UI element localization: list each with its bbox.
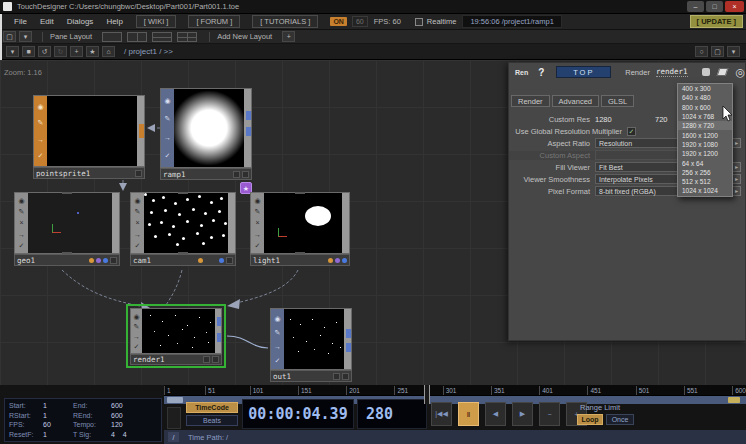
layout-preset-single[interactable] bbox=[102, 32, 122, 42]
pause-button[interactable]: ‖ bbox=[458, 402, 479, 426]
forward-icon[interactable]: ↻ bbox=[54, 46, 67, 57]
display-flag-dot[interactable] bbox=[219, 258, 224, 263]
realtime-label[interactable]: Realtime bbox=[427, 17, 457, 26]
display-flag-icon[interactable]: ◉ bbox=[37, 103, 43, 110]
jump-start-button[interactable] bbox=[167, 407, 181, 429]
node-render1[interactable]: ◉ ✎ → ✓ bbox=[130, 308, 222, 354]
menu-arrow-icon[interactable]: ▸ bbox=[732, 162, 741, 172]
display-flag-icon[interactable]: ◉ bbox=[18, 197, 24, 204]
arrow-flag-icon[interactable]: → bbox=[134, 231, 141, 238]
node-viewer[interactable] bbox=[284, 309, 344, 369]
node-out1[interactable]: ◉ ✎ → ✓ bbox=[270, 308, 352, 370]
display-flag-dot[interactable] bbox=[342, 258, 347, 263]
layout-preset-split-v[interactable] bbox=[127, 32, 147, 42]
wiki-button[interactable]: [ WIKI ] bbox=[136, 15, 177, 28]
mat-output-connector[interactable] bbox=[139, 124, 144, 138]
node-flag-column[interactable]: ◉ ✎ → ✓ bbox=[161, 89, 174, 167]
display-flag-icon[interactable]: ◉ bbox=[164, 97, 170, 104]
minus-button[interactable]: − bbox=[539, 402, 560, 426]
node-flag-box[interactable] bbox=[203, 356, 210, 363]
timeline-ruler[interactable]: 1 51 101 151 201 251 301 351 401 451 501… bbox=[164, 385, 746, 396]
step-back-button[interactable]: ◀ bbox=[485, 402, 506, 426]
pane-collapse-icon[interactable]: ▾ bbox=[727, 46, 740, 57]
pane-maximize-icon[interactable]: ▢ bbox=[711, 46, 724, 57]
node-viewer[interactable] bbox=[47, 96, 137, 166]
fps-value[interactable]: 60 bbox=[43, 421, 73, 428]
arrow-flag-icon[interactable]: → bbox=[133, 333, 140, 340]
on-toggle[interactable]: ON bbox=[330, 17, 347, 26]
bypass-flag-icon[interactable]: × bbox=[255, 219, 259, 226]
res-width-field[interactable]: 1280 bbox=[595, 115, 655, 124]
pane-circle-icon[interactable]: ○ bbox=[695, 46, 708, 57]
edit-flag-icon[interactable]: ✎ bbox=[275, 329, 281, 336]
skip-to-start-button[interactable]: |◀◀ bbox=[431, 402, 452, 426]
loop-button[interactable]: Loop bbox=[577, 414, 603, 425]
node-flag-column[interactable]: ◉ ✎ × → ✓ bbox=[251, 193, 264, 253]
display-flag-icon[interactable]: ◉ bbox=[133, 313, 139, 320]
maximize-button[interactable]: □ bbox=[706, 1, 723, 12]
node-plus-button[interactable] bbox=[135, 170, 142, 177]
lock-flag-icon[interactable]: ✓ bbox=[19, 242, 25, 249]
menu-edit[interactable]: Edit bbox=[40, 17, 54, 26]
arrow-flag-icon[interactable]: → bbox=[254, 231, 261, 238]
timecode-mode-button[interactable]: TimeCode bbox=[186, 402, 238, 413]
menu-arrow-icon[interactable]: ▸ bbox=[732, 174, 741, 184]
monitor-icon[interactable]: ▢ bbox=[3, 31, 16, 42]
menu-file[interactable]: File bbox=[14, 17, 27, 26]
resetf-value[interactable]: 1 bbox=[43, 431, 73, 438]
node-viewer[interactable] bbox=[264, 193, 342, 253]
node-cam1[interactable]: ◉ ✎ × → ✓ bbox=[130, 192, 236, 254]
lock-flag-icon[interactable]: ✓ bbox=[38, 152, 44, 159]
forum-button[interactable]: [ FORUM ] bbox=[188, 15, 240, 28]
node-ramp1[interactable]: ◉ ✎ → ✓ bbox=[160, 88, 252, 168]
node-label-cam1[interactable]: cam1 bbox=[130, 254, 236, 266]
tab-render[interactable]: Render bbox=[511, 95, 550, 107]
playhead[interactable] bbox=[424, 385, 430, 404]
render-flag-dot[interactable] bbox=[198, 258, 203, 263]
range-start-handle[interactable] bbox=[167, 397, 183, 403]
menu-item-res[interactable]: 512 x 512 bbox=[678, 177, 732, 186]
node-flag-column[interactable]: ◉ ✎ × → ✓ bbox=[15, 193, 28, 253]
node-plus-button[interactable] bbox=[110, 257, 117, 264]
chevron-down-icon[interactable]: ▾ bbox=[6, 46, 19, 57]
node-plus-button[interactable] bbox=[342, 373, 349, 380]
edit-flag-icon[interactable]: ✎ bbox=[255, 208, 261, 215]
display-flag-icon[interactable]: ◉ bbox=[254, 197, 260, 204]
menu-item-res[interactable]: 256 x 256 bbox=[678, 168, 732, 177]
node-viewer[interactable] bbox=[28, 193, 112, 253]
realtime-checkbox-icon[interactable] bbox=[415, 18, 423, 26]
edit-flag-icon[interactable]: ✎ bbox=[38, 119, 44, 126]
menu-item-res[interactable]: 1600 x 1200 bbox=[678, 130, 732, 139]
menu-dialogs[interactable]: Dialogs bbox=[67, 17, 94, 26]
display-flag-icon[interactable]: ◉ bbox=[274, 315, 280, 322]
start-value[interactable]: 1 bbox=[43, 402, 73, 409]
top-output-connector[interactable] bbox=[217, 333, 221, 342]
menu-item-res[interactable]: 1024 x 1024 bbox=[678, 186, 732, 195]
node-geo1[interactable]: ◉ ✎ × → ✓ bbox=[14, 192, 120, 254]
bookmark-star-icon[interactable]: ★ bbox=[86, 46, 99, 57]
render-flag-dot[interactable] bbox=[328, 258, 333, 263]
edit-flag-icon[interactable]: ✎ bbox=[134, 323, 140, 330]
node-plus-button[interactable] bbox=[212, 356, 219, 363]
op-type-badge[interactable]: TOP bbox=[556, 66, 611, 78]
tsig-value[interactable]: 4 4 bbox=[111, 431, 157, 438]
menu-arrow-icon[interactable]: ▸ bbox=[732, 138, 741, 148]
comment-icon[interactable] bbox=[702, 68, 711, 76]
back-icon[interactable]: ↺ bbox=[38, 46, 51, 57]
node-plus-button[interactable] bbox=[226, 257, 233, 264]
node-viewer[interactable] bbox=[142, 309, 215, 353]
slash-button[interactable]: / bbox=[168, 432, 179, 442]
edit-flag-icon[interactable]: ✎ bbox=[135, 208, 141, 215]
help-icon[interactable]: ? bbox=[538, 67, 544, 78]
eraser-icon[interactable] bbox=[717, 68, 729, 76]
node-label-light1[interactable]: light1 bbox=[250, 254, 350, 266]
comp-input-connector[interactable] bbox=[178, 192, 188, 194]
layout-preset-quad[interactable] bbox=[177, 32, 197, 42]
node-label-geo1[interactable]: geo1 bbox=[14, 254, 120, 266]
node-flag-column[interactable]: ◉ ✎ → ✓ bbox=[34, 96, 47, 166]
node-viewer[interactable] bbox=[174, 89, 244, 167]
rstart-value[interactable]: 1 bbox=[43, 412, 73, 419]
menu-item-res[interactable]: 1280 x 720 bbox=[678, 121, 732, 130]
menu-item-res[interactable]: 400 x 300 bbox=[678, 84, 732, 93]
render-flag-dot[interactable] bbox=[89, 258, 94, 263]
